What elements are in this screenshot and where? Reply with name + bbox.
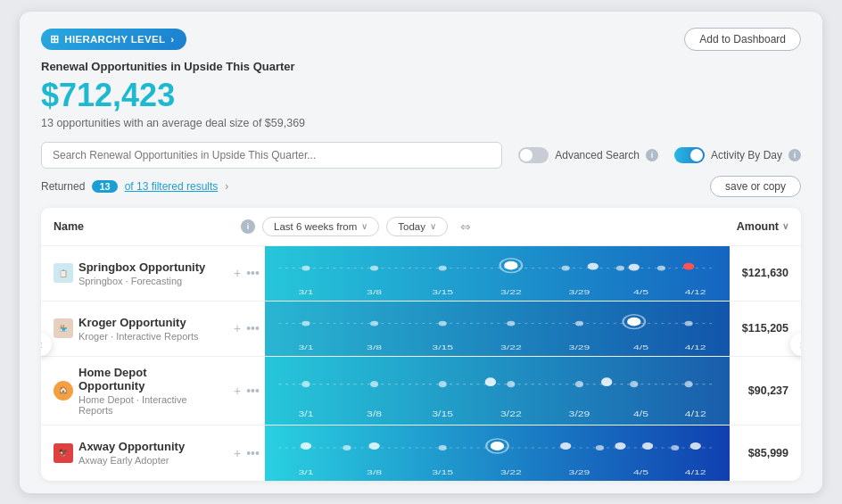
row-amount-1: $121,630 — [730, 246, 801, 301]
chart-svg-1: 3/1 3/8 3/15 3/22 3/29 4/5 4/12 — [265, 246, 730, 301]
opp-sub-3: Home Depot · Interactive Reports — [78, 394, 216, 416]
table-row: 🏪 Kroger Opportunity Kroger · Interactiv… — [41, 302, 801, 357]
date-to-picker[interactable]: Today ∨ — [386, 217, 448, 236]
svg-point-44 — [575, 380, 583, 386]
svg-point-58 — [343, 445, 351, 450]
row-actions-3: + ••• — [228, 357, 265, 425]
advanced-search-info-icon: i — [646, 149, 658, 161]
activity-by-day-info-icon: i — [788, 149, 801, 161]
results-row: Returned 13 of 13 filtered results › sav… — [41, 176, 801, 197]
svg-point-29 — [684, 320, 692, 326]
svg-point-4 — [439, 265, 447, 270]
add-icon-2[interactable]: + — [234, 321, 241, 335]
svg-point-5 — [504, 260, 517, 269]
advanced-search-label: Advanced Search — [555, 149, 640, 161]
row-name-col-1: 📋 Springbox Opportunity Springbox · Fore… — [41, 246, 228, 301]
svg-point-23 — [370, 320, 378, 326]
svg-text:3/1: 3/1 — [298, 468, 313, 476]
svg-text:3/29: 3/29 — [568, 468, 590, 476]
svg-point-64 — [596, 445, 604, 450]
amount-column-header: Amount ∨ — [717, 220, 788, 233]
svg-point-43 — [507, 380, 515, 386]
add-icon-1[interactable]: + — [234, 266, 241, 280]
svg-point-60 — [439, 445, 447, 450]
svg-point-59 — [368, 442, 379, 450]
more-icon-4[interactable]: ••• — [246, 446, 260, 460]
svg-point-40 — [370, 380, 378, 386]
svg-text:3/8: 3/8 — [367, 468, 382, 476]
row-name-col-4: 🦅 Axway Opportunity Axway Early Adopter — [41, 426, 228, 481]
hierarchy-label: HIERARCHY LEVEL — [64, 34, 165, 45]
svg-point-57 — [301, 442, 311, 450]
svg-point-3 — [370, 265, 378, 270]
svg-text:3/29: 3/29 — [568, 343, 590, 351]
svg-point-46 — [630, 380, 638, 386]
svg-text:4/5: 4/5 — [633, 288, 648, 295]
svg-point-24 — [439, 320, 447, 326]
more-icon-3[interactable]: ••• — [246, 384, 260, 398]
svg-text:3/22: 3/22 — [500, 343, 522, 351]
svg-text:4/12: 4/12 — [685, 409, 706, 418]
top-bar: ⊞ HIERARCHY LEVEL › Add to Dashboard — [41, 28, 801, 51]
svg-point-42 — [485, 377, 496, 386]
chevron-right-icon: › — [170, 34, 174, 45]
main-card: ⊞ HIERARCHY LEVEL › Add to Dashboard Ren… — [20, 12, 822, 493]
svg-text:4/5: 4/5 — [633, 409, 648, 418]
svg-point-2 — [301, 265, 310, 270]
hierarchy-icon: ⊞ — [50, 33, 59, 45]
svg-point-7 — [561, 265, 569, 270]
opportunities-table: ‹ › Name i Last 6 weeks from ∨ Today ∨ ⇔ — [41, 208, 801, 481]
chart-info-icon: i — [241, 219, 255, 234]
svg-point-27 — [627, 317, 640, 326]
svg-text:3/15: 3/15 — [432, 468, 453, 476]
row-actions-1: + ••• — [228, 246, 265, 301]
opp-name-1[interactable]: Springbox Opportunity — [78, 260, 205, 274]
company-logo-2: 🏪 — [54, 318, 73, 338]
svg-point-47 — [684, 380, 692, 386]
opp-name-3[interactable]: Home Depot Opportunity — [78, 366, 216, 392]
resize-handle-icon[interactable]: ⇔ — [460, 219, 471, 234]
results-chevron-icon: › — [225, 180, 228, 193]
add-dashboard-button[interactable]: Add to Dashboard — [684, 28, 801, 51]
results-count-badge: 13 — [92, 180, 117, 193]
date-range-picker[interactable]: Last 6 weeks from ∨ — [262, 217, 379, 236]
add-icon-3[interactable]: + — [234, 384, 241, 398]
row-name-inner-3: 🏠 Home Depot Opportunity Home Depot · In… — [54, 366, 216, 416]
advanced-search-toggle[interactable] — [518, 147, 549, 163]
row-actions-4: + ••• — [228, 426, 265, 481]
svg-point-66 — [642, 442, 653, 450]
hierarchy-level-button[interactable]: ⊞ HIERARCHY LEVEL › — [41, 29, 186, 50]
svg-point-26 — [575, 320, 583, 326]
svg-text:3/15: 3/15 — [432, 288, 453, 295]
chart-column-header: i Last 6 weeks from ∨ Today ∨ ⇔ — [241, 217, 717, 236]
svg-point-61 — [491, 442, 504, 450]
svg-point-45 — [601, 377, 612, 386]
add-icon-4[interactable]: + — [234, 446, 241, 460]
svg-text:3/22: 3/22 — [500, 409, 522, 418]
opp-name-2[interactable]: Kroger Opportunity — [78, 316, 199, 329]
amount-sort-icon[interactable]: ∨ — [782, 221, 788, 231]
chart-svg-4: 3/1 3/8 3/15 3/22 3/29 4/5 4/12 — [265, 426, 730, 481]
more-icon-1[interactable]: ••• — [246, 266, 260, 280]
activity-by-day-toggle-group: Activity By Day i — [674, 147, 801, 163]
results-filter-link[interactable]: of 13 filtered results — [125, 180, 219, 193]
svg-point-22 — [301, 320, 310, 326]
row-name-col-2: 🏪 Kroger Opportunity Kroger · Interactiv… — [41, 302, 228, 356]
search-input[interactable] — [41, 142, 502, 169]
date-range-label: Last 6 weeks from — [274, 221, 357, 232]
svg-rect-0 — [265, 246, 730, 301]
svg-text:3/8: 3/8 — [367, 409, 382, 418]
company-logo-3: 🏠 — [54, 381, 73, 401]
activity-by-day-toggle[interactable] — [674, 147, 705, 163]
row-chart-col-2: 3/1 3/8 3/15 3/22 3/29 4/5 4/12 — [265, 302, 730, 356]
save-copy-button[interactable]: save or copy — [710, 176, 801, 197]
svg-point-8 — [588, 262, 598, 269]
svg-text:3/29: 3/29 — [568, 409, 590, 418]
date-to-chevron-icon: ∨ — [430, 221, 436, 231]
svg-point-63 — [560, 442, 571, 450]
svg-text:3/15: 3/15 — [432, 409, 453, 418]
more-icon-2[interactable]: ••• — [246, 321, 260, 335]
opp-name-4[interactable]: Axway Opportunity — [78, 440, 185, 453]
svg-text:3/22: 3/22 — [500, 468, 522, 476]
table-header: Name i Last 6 weeks from ∨ Today ∨ ⇔ Amo… — [41, 208, 801, 246]
